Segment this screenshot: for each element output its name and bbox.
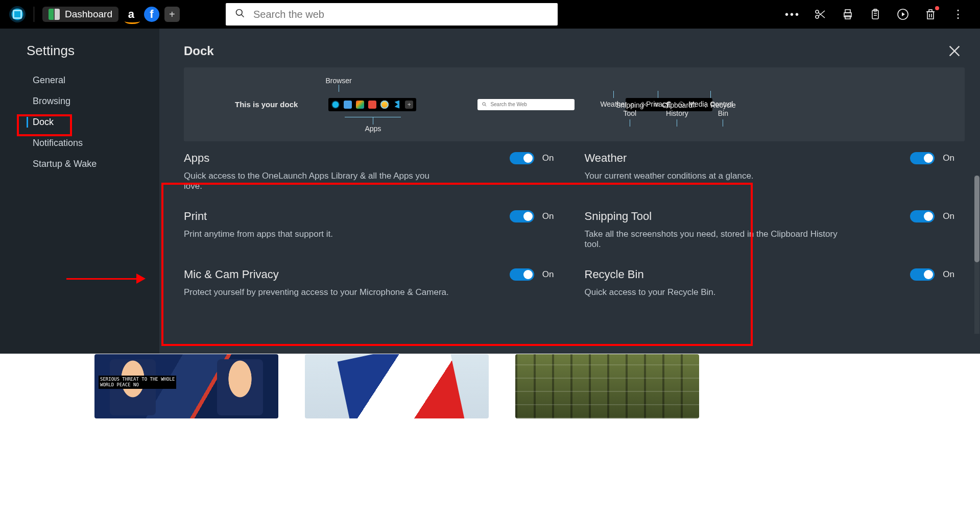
- topbar-actions: ••• ⋮: [786, 8, 974, 21]
- news-card[interactable]: [305, 354, 489, 418]
- option-weather: Weather On Your current weather conditio…: [585, 152, 955, 191]
- clipboard-icon[interactable]: [869, 8, 882, 21]
- toggle-apps[interactable]: [510, 152, 534, 164]
- nav-item-notifications[interactable]: Notifications: [0, 133, 159, 154]
- nav-label: Dock: [33, 117, 54, 127]
- preview-tag-apps: Apps: [365, 125, 381, 133]
- option-state: On: [943, 269, 954, 280]
- close-button[interactable]: [947, 44, 962, 60]
- amazon-shortcut-icon[interactable]: a: [124, 7, 139, 22]
- news-card[interactable]: [515, 354, 699, 418]
- option-title: Apps: [184, 152, 501, 165]
- svg-rect-19: [929, 10, 932, 12]
- preview-tag-weather: Weather: [600, 100, 627, 108]
- svg-point-0: [236, 10, 242, 16]
- mini-app-icon: [380, 101, 389, 109]
- svg-line-23: [485, 105, 487, 106]
- toggle-privacy[interactable]: [510, 268, 534, 281]
- option-apps: Apps On Quick access to the OneLaunch Ap…: [184, 152, 554, 191]
- settings-main: Dock This is your dock Browser +: [159, 29, 980, 354]
- mini-search: [477, 99, 575, 110]
- option-state: On: [542, 153, 554, 163]
- option-desc: Your current weather conditions at a gla…: [585, 171, 850, 181]
- add-shortcut-button[interactable]: +: [164, 7, 180, 22]
- preview-tag-privacy: Privacy: [646, 100, 670, 108]
- news-gallery: SERIOUS THREAT TO THE WHOLE WORLD PEACE …: [0, 354, 980, 426]
- option-state: On: [943, 153, 954, 163]
- option-title: Mic & Cam Privacy: [184, 268, 501, 281]
- search-input[interactable]: [253, 3, 548, 26]
- option-state: On: [542, 211, 554, 221]
- kebab-menu-icon[interactable]: ⋮: [951, 8, 965, 21]
- option-title: Print: [184, 210, 501, 223]
- dock-options: Apps On Quick access to the OneLaunch Ap…: [184, 152, 965, 298]
- nav-item-startup-wake[interactable]: Startup & Wake: [0, 154, 159, 175]
- media-control-icon[interactable]: [896, 8, 910, 21]
- more-icon[interactable]: •••: [786, 8, 799, 21]
- scrollbar-thumb[interactable]: [974, 176, 979, 262]
- nav-label: Browsing: [33, 96, 70, 106]
- search-box[interactable]: [226, 3, 558, 26]
- option-desc: Protect yourself by preventing access to…: [184, 287, 449, 298]
- divider: [34, 7, 34, 22]
- nav-item-general[interactable]: General: [0, 70, 159, 91]
- settings-nav: General Browsing Dock Notifications Star…: [0, 70, 159, 175]
- option-desc: Quick access to your Recycle Bin.: [585, 287, 850, 298]
- preview-tag-browser: Browser: [325, 77, 351, 85]
- nav-label: Startup & Wake: [33, 159, 97, 169]
- recycle-bin-icon[interactable]: [924, 8, 937, 21]
- preview-tag-media: Media Control: [688, 100, 733, 108]
- mini-dock: +: [328, 98, 416, 111]
- dock-preview: This is your dock Browser +: [184, 67, 965, 141]
- option-desc: Quick access to the OneLaunch Apps Libra…: [184, 171, 449, 191]
- print-icon[interactable]: [841, 8, 854, 21]
- option-title: Recycle Bin: [585, 268, 902, 281]
- settings-title: Settings: [0, 43, 159, 70]
- dashboard-icon: [49, 9, 60, 20]
- option-print: Print On Print anytime from apps that su…: [184, 210, 554, 250]
- news-card[interactable]: SERIOUS THREAT TO THE WHOLE WORLD PEACE …: [94, 354, 278, 418]
- svg-rect-8: [845, 16, 850, 19]
- option-title: Weather: [585, 152, 902, 165]
- mini-app-icon: [344, 101, 352, 109]
- search-icon: [235, 8, 245, 20]
- mini-app-icon: [368, 101, 376, 109]
- facebook-shortcut-icon[interactable]: f: [144, 7, 159, 22]
- nav-label: General: [33, 75, 65, 85]
- toggle-snipping[interactable]: [910, 210, 935, 222]
- dashboard-tab[interactable]: Dashboard: [42, 7, 118, 22]
- svg-rect-7: [845, 10, 850, 13]
- app-logo-icon[interactable]: [9, 6, 26, 22]
- settings-overlay: Settings General Browsing Dock Notificat…: [0, 29, 980, 354]
- svg-marker-14: [902, 12, 905, 16]
- dashboard-label: Dashboard: [65, 9, 112, 20]
- news-caption: SERIOUS THREAT TO THE WHOLE WORLD PEACE …: [99, 376, 176, 389]
- topbar: Dashboard a f + ••• ⋮: [0, 0, 980, 29]
- toggle-recycle-bin[interactable]: [910, 268, 935, 281]
- option-snipping-tool: Snipping Tool On Take all the screenshot…: [585, 210, 955, 250]
- mini-browser-icon: [331, 101, 340, 109]
- page-title: Dock: [184, 44, 965, 58]
- svg-rect-15: [927, 12, 934, 19]
- nav-item-browsing[interactable]: Browsing: [0, 91, 159, 112]
- mini-app-icon: [356, 101, 364, 109]
- option-title: Snipping Tool: [585, 210, 902, 223]
- svg-line-1: [241, 15, 244, 17]
- nav-item-dock[interactable]: Dock: [0, 112, 159, 133]
- toggle-print[interactable]: [510, 210, 534, 222]
- mini-add-icon: +: [405, 101, 413, 109]
- option-state: On: [542, 269, 554, 280]
- option-mic-cam-privacy: Mic & Cam Privacy On Protect yourself by…: [184, 268, 554, 298]
- nav-label: Notifications: [33, 138, 83, 148]
- scissors-icon[interactable]: [814, 8, 827, 21]
- toggle-weather[interactable]: [910, 152, 935, 164]
- dock-preview-label: This is your dock: [235, 100, 298, 109]
- mini-app-icon: [393, 101, 401, 109]
- option-desc: Take all the screenshots you need, store…: [585, 229, 850, 250]
- settings-sidebar: Settings General Browsing Dock Notificat…: [0, 29, 159, 354]
- option-recycle-bin: Recycle Bin On Quick access to your Recy…: [585, 268, 955, 298]
- option-desc: Print anytime from apps that support it.: [184, 229, 449, 239]
- option-state: On: [943, 211, 954, 221]
- mini-search-input: [490, 99, 570, 110]
